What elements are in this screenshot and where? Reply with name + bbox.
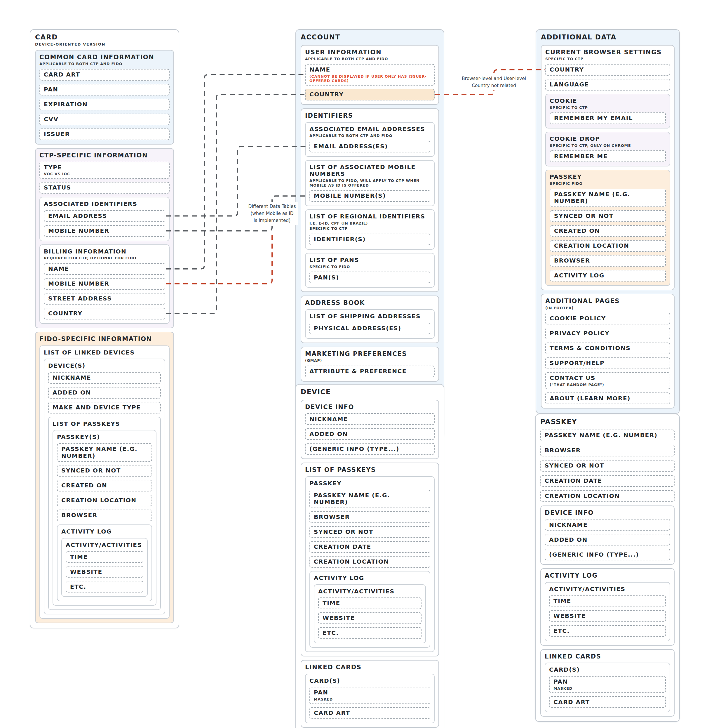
label-email-address: EMAIL ADDRESS — [48, 213, 161, 220]
field-physical-address-es: PHYSICAL ADDRESS(ES) — [309, 323, 430, 334]
label-attribute-preference: ATTRIBUTE & PREFERENCE — [309, 368, 430, 375]
children-of-additional-pages: COOKIE POLICYPRIVACY POLICYTERMS & CONDI… — [545, 313, 670, 404]
label-creation-location: CREATION LOCATION — [61, 497, 148, 504]
field-added-on: ADDED ON — [48, 387, 161, 399]
children-of-list-of-associated-mobile-numbers: MOBILE NUMBER(S) — [309, 190, 430, 202]
children-of-common-card-information: CARD ARTPANEXPIRATIONCVVISSUER — [40, 69, 170, 140]
children-of-device-info: NICKNAMEADDED ON(GENERIC INFO (TYPE...) — [545, 519, 670, 560]
entity-account: ACCOUNT USER INFORMATIONAPPLICABLE TO BO… — [295, 29, 444, 438]
field-etc: ETC. — [318, 627, 422, 639]
field-pan-s: PAN(S) — [309, 272, 430, 283]
field-language: LANGUAGE — [545, 79, 670, 90]
label-pan: PAN — [44, 86, 165, 93]
group-associated-email-addresses: ASSOCIATED EMAIL ADDRESSESAPPLICABLE TO … — [305, 122, 435, 157]
entity-additional-data-title: ADDITIONAL DATA — [541, 33, 675, 41]
field-creation-date: CREATION DATE — [309, 541, 430, 553]
field-passkey-name-e-g-number: PASSKEY NAME (E.G. NUMBER) — [309, 490, 430, 508]
label-list-of-passkeys: LIST OF PASSKEYS — [52, 421, 156, 428]
label-identifier-s: IDENTIFIER(S) — [314, 236, 426, 243]
label-creation-date: CREATION DATE — [545, 477, 670, 485]
section-activity-log: ACTIVITY LOGACTIVITY/ACTIVITIESTIMEWEBSI… — [540, 568, 675, 645]
entity-passkey: PASSKEY PASSKEY NAME (E.G. NUMBER)BROWSE… — [535, 414, 680, 722]
label-list-of-associated-mobile-numbers: LIST OF ASSOCIATED MOBILE NUMBERS — [309, 164, 430, 177]
children-of-linked-cards: CARD(S)PANMASKEDCARD ART — [545, 662, 670, 712]
label-current-browser-settings: CURRENT BROWSER SETTINGS — [545, 49, 670, 56]
sublabel-i-e-e-id-cpf-in-brazil: I.E. E-ID, CPF (IN BRAZIL) — [309, 221, 430, 226]
label-time: TIME — [553, 598, 661, 605]
label-list-of-passkeys: LIST OF PASSKEYS — [305, 466, 435, 474]
label-synced-or-not: SYNCED OR NOT — [554, 213, 661, 220]
label-billing-information: BILLING INFORMATION — [44, 248, 165, 255]
field-type: TYPEVOC VS IOC — [40, 162, 170, 179]
children-of-associated-email-addresses: EMAIL ADDRESS(ES) — [309, 141, 430, 153]
group-list-of-pans: LIST OF PANSSPECIFIC TO FIDOPAN(S) — [305, 253, 435, 288]
field-creation-location: CREATION LOCATION — [540, 490, 675, 502]
children-of-billing-information: NAMEMOBILE NUMBERSTREET ADDRESSCOUNTRY — [44, 263, 165, 320]
entity-card-body: COMMON CARD INFORMATIONAPPLICABLE TO BOT… — [35, 50, 174, 624]
field-creation-date: CREATION DATE — [540, 475, 675, 487]
label-passkey-name-e-g-number: PASSKEY NAME (E.G. NUMBER) — [554, 191, 661, 205]
label-synced-or-not: SYNCED OR NOT — [61, 467, 148, 474]
group-activity-activities: ACTIVITY/ACTIVITIESTIMEWEBSITEETC. — [545, 582, 670, 641]
label-device-info: DEVICE INFO — [305, 404, 435, 411]
field-nickname: NICKNAME — [545, 519, 670, 531]
children-of-activity-activities: TIMEWEBSITEETC. — [66, 551, 143, 592]
field-identifier-s: IDENTIFIER(S) — [309, 234, 430, 245]
label-mobile-number-s: MOBILE NUMBER(S) — [314, 193, 426, 199]
sublabel-in-footer: (IN FOOTER) — [545, 306, 670, 310]
group-activity-activities: ACTIVITY/ACTIVITIESTIMEWEBSITEETC. — [61, 538, 148, 597]
label-address-book: ADDRESS BOOK — [305, 299, 435, 307]
field-created-on: CREATED ON — [57, 480, 152, 491]
group-list-of-regional-identifiers: LIST OF REGIONAL IDENTIFIERSI.E. E-ID, C… — [305, 210, 435, 250]
group-list-of-linked-devices: LIST OF LINKED DEVICESDEVICE(S)NICKNAMEA… — [40, 346, 170, 619]
field-status: STATUS — [40, 182, 170, 194]
label-browser: BROWSER — [61, 512, 148, 519]
children-of-user-information: NAME(CANNOT BE DISPLAYED IF USER ONLY HA… — [305, 64, 435, 101]
label-added-on: ADDED ON — [309, 431, 430, 438]
entity-device-title: DEVICE — [301, 388, 439, 396]
entity-passkey-body: PASSKEY NAME (E.G. NUMBER)BROWSERSYNCED … — [540, 430, 675, 717]
label-etc: ETC. — [322, 630, 417, 636]
sublabel-specific-fido: SPECIFIC FIDO — [550, 181, 666, 186]
entity-card-subtitle: DEVICE-ORIENTED VERSION — [35, 42, 174, 46]
field-created-on: CREATED ON — [550, 225, 666, 237]
field-generic-info-type: (GENERIC INFO (TYPE...) — [545, 549, 670, 560]
children-of-cookie: REMEMBER MY EMAIL — [550, 112, 666, 124]
group-list-of-associated-mobile-numbers: LIST OF ASSOCIATED MOBILE NUMBERSAPPLICA… — [305, 160, 435, 206]
label-passkey-name-e-g-number: PASSKEY NAME (E.G. NUMBER) — [314, 492, 426, 506]
entity-passkey-title: PASSKEY — [540, 418, 675, 426]
sublabel-specific-to-ctp: SPECIFIC TO CTP — [550, 106, 666, 110]
label-email-address-es: EMAIL ADDRESS(ES) — [314, 143, 426, 150]
children-of-marketing-preferences: ATTRIBUTE & PREFERENCE — [305, 366, 435, 377]
card-billing-mobile: MOBILE NUMBER — [44, 278, 165, 290]
label-contact-us: CONTACT US — [550, 375, 666, 382]
label-created-on: CREATED ON — [554, 228, 661, 234]
label-cvv: CVV — [44, 116, 165, 123]
children-of-passkey-s: PASSKEY NAME (E.G. NUMBER)SYNCED OR NOTC… — [57, 443, 152, 601]
label-issuer: ISSUER — [44, 131, 165, 138]
field-pan: PANMASKED — [309, 687, 430, 704]
label-privacy-policy: PRIVACY POLICY — [550, 330, 666, 337]
children-of-passkey: PASSKEY NAME (E.G. NUMBER)SYNCED OR NOTC… — [550, 189, 666, 281]
label-mobile-number: MOBILE NUMBER — [48, 280, 161, 288]
field-pan: PAN — [40, 84, 170, 95]
label-card-s: CARD(S) — [309, 678, 430, 685]
label-remember-me: REMEMBER ME — [554, 153, 661, 160]
link-billing-name-to-account-name — [166, 75, 304, 269]
children-of-associated-identifiers: EMAIL ADDRESSMOBILE NUMBER — [44, 210, 165, 237]
field-time: TIME — [66, 551, 143, 563]
group-passkey: PASSKEYPASSKEY NAME (E.G. NUMBER)BROWSER… — [305, 476, 435, 652]
section-additional-pages: ADDITIONAL PAGES(IN FOOTER)COOKIE POLICY… — [541, 294, 675, 409]
field-nickname: NICKNAME — [48, 372, 161, 384]
label-marketing-preferences: MARKETING PREFERENCES — [305, 350, 435, 358]
section-linked-cards: LINKED CARDSCARD(S)PANMASKEDCARD ART — [540, 649, 675, 717]
label-passkey-s: PASSKEY(S) — [57, 434, 152, 440]
section-user-information: USER INFORMATIONAPPLICABLE TO BOTH CTP A… — [301, 45, 439, 105]
field-card-art: CARD ART — [40, 69, 170, 81]
field-terms-conditions: TERMS & CONDITIONS — [545, 343, 670, 354]
field-cookie-policy: COOKIE POLICY — [545, 313, 670, 324]
label-generic-info-type: (GENERIC INFO (TYPE...) — [309, 446, 430, 453]
field-etc: ETC. — [66, 581, 143, 592]
label-cookie-policy: COOKIE POLICY — [550, 315, 666, 322]
label-etc: ETC. — [553, 627, 661, 635]
